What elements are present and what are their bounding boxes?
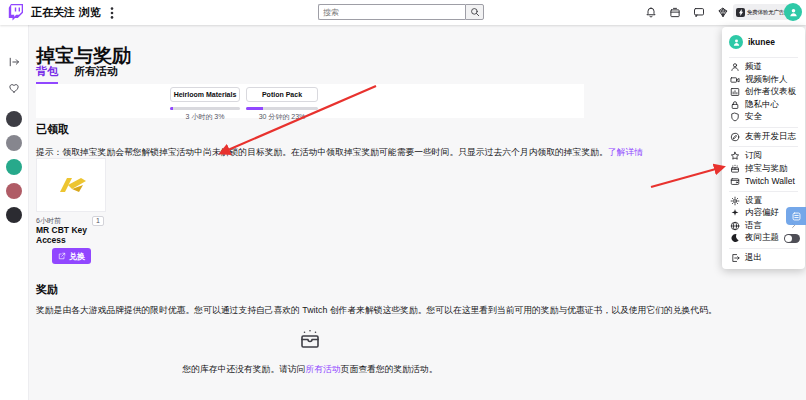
channel-avatar[interactable]	[6, 159, 22, 175]
menu-item-subscriptions[interactable]: 订阅	[722, 150, 805, 163]
menu-item-wallet[interactable]: Twitch Wallet	[722, 175, 805, 188]
menu-item-dev-log[interactable]: 友善开发日志	[722, 131, 805, 144]
claimed-count-badge: 1	[92, 216, 104, 226]
followed-channels-heart-icon[interactable]	[8, 82, 20, 94]
star-icon	[730, 151, 740, 161]
menu-divider	[729, 146, 798, 147]
empty-box-icon	[298, 328, 322, 352]
active-drops-band: Heirloom Materials 3 小时的 3% Potion Pack …	[36, 84, 584, 118]
twitch-drops-page: 正在关注 浏览 免费体验无广告观赏	[0, 0, 806, 400]
whispers-icon[interactable]	[693, 6, 705, 19]
menu-divider	[729, 127, 798, 128]
claimed-description: 提示：领取掉宝奖励会帮您解锁掉宝活动中尚未解锁的目标奖励。在活动中领取掉宝奖励可…	[36, 147, 643, 159]
menu-item-creator-dashboard[interactable]: 创作者仪表板	[722, 86, 805, 99]
camera-icon	[730, 75, 740, 85]
claimed-drop-image[interactable]	[36, 158, 106, 212]
channel-avatar[interactable]	[6, 111, 22, 127]
menu-user-row[interactable]: ikunee	[722, 30, 805, 54]
menu-item-video-producer[interactable]: 视频制作人	[722, 74, 805, 87]
menu-item-log-out[interactable]: 退出	[722, 252, 805, 265]
moon-icon	[730, 233, 740, 243]
menu-item-settings[interactable]: 设置	[722, 195, 805, 208]
menu-avatar	[729, 35, 743, 49]
rewards-description: 奖励是由各大游戏品牌提供的限时优惠。您可以通过支持自己喜欢的 Twitch 创作…	[36, 305, 717, 317]
pencil-circle-icon	[730, 132, 740, 142]
user-icon	[730, 62, 740, 72]
nav-browse[interactable]: 浏览	[79, 0, 101, 25]
search-input[interactable]	[318, 4, 465, 20]
menu-item-privacy-center[interactable]: 隐私中心	[722, 99, 805, 112]
campaign-progress-card[interactable]: Heirloom Materials 3 小时的 3%	[170, 87, 240, 122]
channel-avatar[interactable]	[6, 183, 22, 199]
claimed-section-heading: 已领取	[36, 122, 69, 137]
nav-following[interactable]: 正在关注	[31, 0, 75, 25]
learn-more-link[interactable]: 了解详情	[608, 147, 643, 157]
channel-avatar[interactable]	[6, 207, 22, 223]
dashboard-icon	[730, 87, 740, 97]
widget-icon	[791, 211, 802, 222]
claimed-drop-title: MR CBT Key Access	[36, 226, 104, 246]
redeem-button[interactable]: 兑换	[52, 248, 91, 264]
campaign-name[interactable]: Potion Pack	[246, 87, 318, 102]
search-button[interactable]	[465, 4, 484, 20]
dark-theme-toggle[interactable]	[784, 234, 800, 243]
all-campaigns-link[interactable]: 所有活动	[306, 364, 341, 374]
progress-bar	[246, 107, 318, 110]
inbox-icon[interactable]	[669, 6, 681, 19]
campaign-name[interactable]: Heirloom Materials	[170, 87, 240, 102]
menu-divider	[729, 191, 798, 192]
turbo-icon	[736, 8, 745, 17]
notifications-icon[interactable]	[645, 6, 657, 19]
exit-icon	[730, 253, 740, 263]
channel-avatar[interactable]	[6, 135, 22, 151]
collapse-sidebar-icon[interactable]	[8, 56, 20, 68]
menu-item-channel[interactable]: 频道	[722, 61, 805, 74]
wallet-icon	[730, 176, 740, 186]
globe-icon	[730, 221, 740, 231]
floating-widget[interactable]	[786, 207, 806, 225]
tab-inventory[interactable]: 背包	[36, 64, 58, 84]
menu-item-dark-theme[interactable]: 夜间主题	[722, 232, 805, 245]
shield-icon	[730, 112, 740, 122]
rewards-section-heading: 奖励	[36, 282, 58, 297]
top-navigation-bar: 正在关注 浏览 免费体验无广告观赏	[0, 0, 806, 25]
progress-label: 30 分钟的 23%	[246, 112, 318, 122]
rewards-empty-state: 您的库存中还没有奖励。请访问所有活动页面查看您的奖励活动。	[36, 328, 584, 376]
tab-all-campaigns[interactable]: 所有活动	[74, 64, 118, 84]
menu-item-safety[interactable]: 安全	[722, 111, 805, 124]
menu-divider	[729, 57, 798, 58]
person-icon	[732, 38, 741, 47]
user-avatar[interactable]	[784, 3, 802, 21]
sparkle-icon	[730, 208, 740, 218]
drops-box-icon	[730, 164, 740, 174]
search-icon	[470, 7, 480, 17]
progress-label: 3 小时的 3%	[170, 112, 240, 122]
menu-username: ikunee	[748, 37, 775, 47]
external-link-icon	[58, 252, 66, 260]
person-icon	[788, 7, 799, 18]
gear-icon	[730, 196, 740, 206]
search-bar	[318, 4, 484, 20]
collapsed-sidebar	[0, 25, 29, 400]
menu-divider	[729, 248, 798, 249]
annotation-arrow-drops-menu	[651, 167, 723, 187]
user-dropdown-menu: ikunee 频道 视频制作人 创作者仪表板 隐私中心 安全 友善开发日志	[722, 27, 805, 269]
lock-icon	[730, 100, 740, 110]
menu-item-drops-rewards[interactable]: 掉宝与奖励	[722, 163, 805, 176]
campaign-progress-card[interactable]: Potion Pack 30 分钟的 23%	[246, 87, 318, 122]
progress-bar	[170, 107, 240, 110]
game-logo	[53, 175, 89, 195]
bits-icon[interactable]	[717, 6, 729, 19]
twitch-logo[interactable]	[8, 4, 24, 21]
more-menu-icon[interactable]	[110, 7, 114, 19]
empty-state-caption: 您的库存中还没有奖励。请访问所有活动页面查看您的奖励活动。	[36, 364, 584, 376]
tab-bar: 背包 所有活动	[36, 64, 118, 84]
